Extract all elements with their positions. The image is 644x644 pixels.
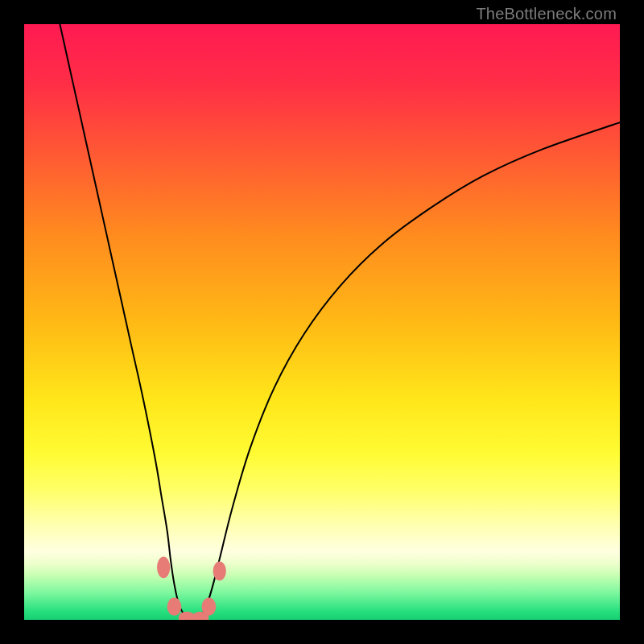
marker-dot xyxy=(202,598,217,616)
plot-area xyxy=(24,24,620,620)
marker-dot xyxy=(213,561,226,580)
chart-frame: TheBottleneck.com xyxy=(0,0,644,644)
bottom-dots xyxy=(157,557,226,620)
marker-dot xyxy=(167,598,182,616)
curve-left xyxy=(60,24,194,620)
watermark-text: TheBottleneck.com xyxy=(476,5,617,23)
curve-layer xyxy=(24,24,620,620)
curve-right xyxy=(194,122,620,620)
marker-dot xyxy=(157,557,170,579)
